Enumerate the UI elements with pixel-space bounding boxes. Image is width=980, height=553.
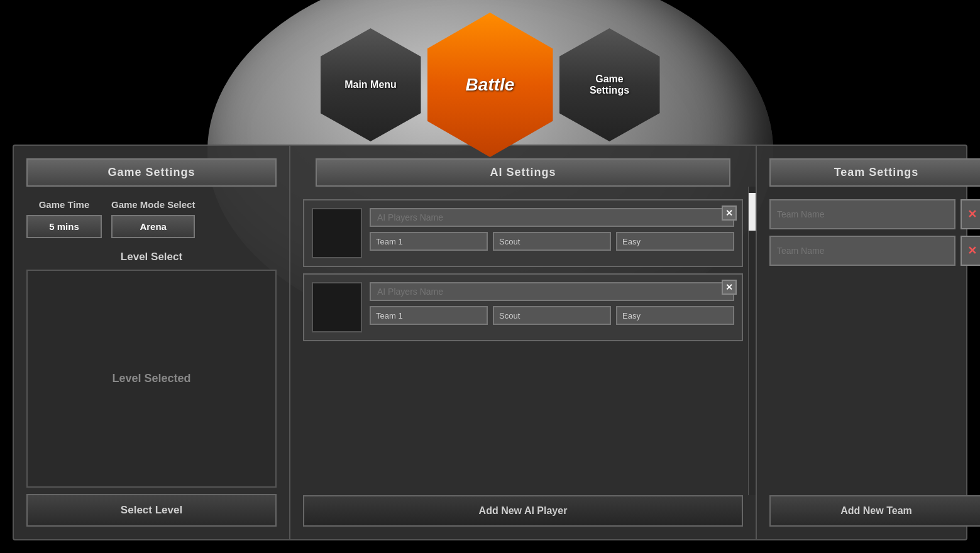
game-mode-label: Game Mode Select bbox=[111, 199, 195, 210]
team-row-2: ✕ bbox=[769, 236, 980, 266]
ai-name-input-1[interactable] bbox=[370, 208, 734, 227]
add-ai-player-button[interactable]: Add New AI Player bbox=[303, 495, 743, 527]
ai-player-info-2 bbox=[370, 282, 734, 325]
team-close-btn-2[interactable]: ✕ bbox=[961, 236, 980, 266]
level-select-section: Level Select Level Selected Select Level bbox=[14, 244, 289, 539]
ai-avatar-1 bbox=[312, 208, 362, 258]
game-settings-nav-button[interactable]: GameSettings bbox=[559, 28, 660, 141]
game-mode-section: Game Mode Select Arena bbox=[111, 199, 195, 238]
top-navigation: Main Menu Battle GameSettings bbox=[321, 13, 660, 157]
game-settings-row: Game Time 5 mins Game Mode Select Arena bbox=[14, 187, 289, 244]
ai-players-list: ✕ ✕ bbox=[290, 187, 756, 495]
middle-panel: AI Settings ✕ bbox=[290, 146, 757, 539]
ai-player-close-1[interactable]: ✕ bbox=[722, 205, 737, 221]
main-content-area: Game Settings Game Time 5 mins Game Mode… bbox=[13, 145, 967, 540]
team-name-field-2[interactable] bbox=[769, 236, 955, 266]
battle-label: Battle bbox=[466, 75, 515, 95]
game-settings-header: Game Settings bbox=[26, 158, 277, 187]
main-menu-label: Main Menu bbox=[344, 79, 397, 90]
ai-settings-header: AI Settings bbox=[316, 158, 730, 187]
team-row-1: ✕ bbox=[769, 199, 980, 229]
game-settings-nav-label: GameSettings bbox=[590, 74, 629, 96]
teams-list: ✕ ✕ bbox=[757, 187, 980, 489]
add-team-button[interactable]: Add New Team bbox=[769, 495, 980, 527]
ai-scrollbar[interactable] bbox=[748, 187, 756, 495]
team-close-btn-1[interactable]: ✕ bbox=[961, 199, 980, 229]
ai-avatar-2 bbox=[312, 282, 362, 332]
main-menu-button[interactable]: Main Menu bbox=[321, 28, 421, 141]
ai-player-info-1 bbox=[370, 208, 734, 251]
ai-difficulty-field-2[interactable] bbox=[616, 306, 734, 325]
game-time-value[interactable]: 5 mins bbox=[26, 215, 102, 238]
right-panel: Team Settings ✕ ✕ Add New Team bbox=[757, 146, 980, 539]
team-settings-header: Team Settings bbox=[769, 158, 980, 187]
game-time-section: Game Time 5 mins bbox=[26, 199, 102, 238]
battle-button[interactable]: Battle bbox=[427, 13, 553, 157]
ai-name-input-2[interactable] bbox=[370, 282, 734, 301]
ai-fields-row-1 bbox=[370, 232, 734, 251]
ai-player-card-2: ✕ bbox=[303, 273, 743, 341]
team-name-field-1[interactable] bbox=[769, 199, 955, 229]
ai-team-field-2[interactable] bbox=[370, 306, 488, 325]
level-preview-text: Level Selected bbox=[112, 372, 190, 385]
ai-role-field-2[interactable] bbox=[493, 306, 611, 325]
game-time-label: Game Time bbox=[26, 199, 102, 210]
left-panel: Game Settings Game Time 5 mins Game Mode… bbox=[14, 146, 290, 539]
ai-role-field-1[interactable] bbox=[493, 232, 611, 251]
ai-player-card-1: ✕ bbox=[303, 199, 743, 267]
level-preview-area: Level Selected bbox=[26, 270, 277, 488]
ai-scroll-thumb[interactable] bbox=[749, 193, 756, 231]
ai-player-close-2[interactable]: ✕ bbox=[722, 280, 737, 295]
ai-difficulty-field-1[interactable] bbox=[616, 232, 734, 251]
level-select-header: Level Select bbox=[26, 251, 277, 263]
select-level-button[interactable]: Select Level bbox=[26, 494, 277, 527]
game-mode-value[interactable]: Arena bbox=[111, 215, 195, 238]
ai-scroll-area: ✕ ✕ bbox=[290, 187, 756, 495]
ai-team-field-1[interactable] bbox=[370, 232, 488, 251]
ai-fields-row-2 bbox=[370, 306, 734, 325]
